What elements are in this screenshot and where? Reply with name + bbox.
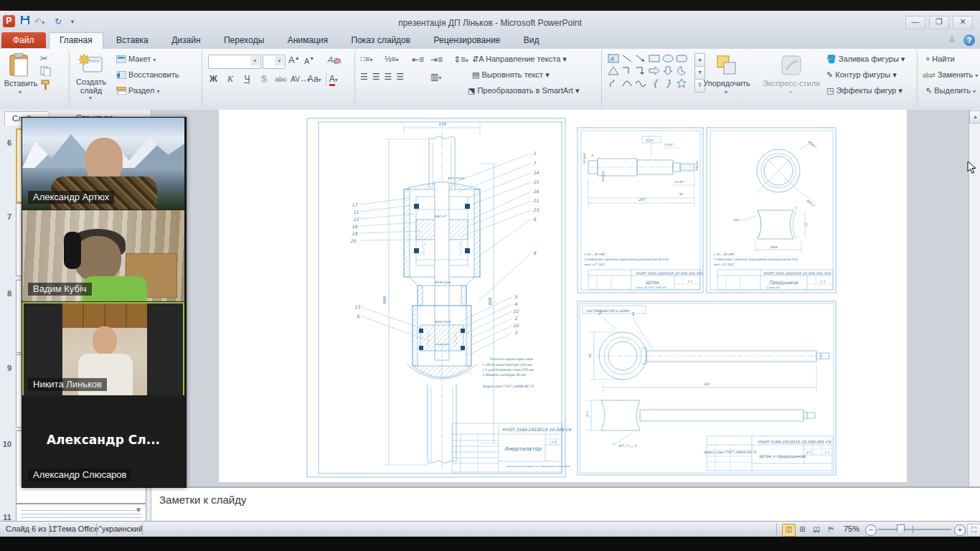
- find-button[interactable]: ⌖ Найти: [925, 55, 955, 64]
- font-size-combo[interactable]: ▾: [263, 55, 286, 69]
- curve-icon[interactable]: [633, 77, 647, 90]
- shapes-scroll-down-icon[interactable]: ▼: [694, 66, 705, 80]
- text-box-icon[interactable]: A: [606, 53, 620, 65]
- zoom-level[interactable]: 75%: [844, 524, 859, 533]
- section-button[interactable]: Раздел ▾: [116, 86, 160, 95]
- paste-dropdown-icon[interactable]: ▾: [19, 89, 22, 95]
- arrange-dropdown-icon[interactable]: ▾: [725, 89, 727, 95]
- clear-formatting-icon[interactable]: Аа: [326, 53, 341, 69]
- quick-styles-dropdown-icon[interactable]: ▾: [789, 89, 792, 95]
- paste-icon[interactable]: [9, 53, 30, 80]
- elbow-connector-icon[interactable]: [620, 65, 633, 77]
- new-slide-dropdown-icon[interactable]: ▾: [89, 95, 92, 101]
- shape-outline-button[interactable]: ✎ Контур фигуры ▾: [826, 70, 897, 80]
- cut-icon[interactable]: ✂: [40, 53, 48, 64]
- notes-placeholder[interactable]: Заметки к слайду: [159, 494, 247, 506]
- decrease-indent-icon[interactable]: ⇤≡: [412, 55, 424, 65]
- freeform-icon[interactable]: [606, 77, 620, 90]
- slide-sorter-icon[interactable]: ⊞: [796, 524, 809, 535]
- right-arrow-icon[interactable]: [647, 65, 661, 77]
- reading-view-icon[interactable]: 🕮: [811, 524, 823, 535]
- tab-review[interactable]: Рецензирование: [424, 32, 511, 48]
- tab-file[interactable]: Файл: [1, 32, 46, 48]
- convert-smartart-button[interactable]: ⬔ Преобразовать в SmartArt ▾: [468, 86, 579, 95]
- shape-effects-button[interactable]: ◳ Эффекты фигур ▾: [826, 86, 903, 95]
- tab-transitions[interactable]: Переходы: [214, 32, 274, 48]
- quick-styles-icon[interactable]: [779, 53, 804, 80]
- status-theme[interactable]: "Тема Office": [55, 524, 101, 533]
- right-brace-icon[interactable]: }: [661, 77, 674, 90]
- font-color-button[interactable]: А▾: [326, 72, 340, 86]
- slide-scrollbar[interactable]: [969, 110, 980, 486]
- italic-button[interactable]: К: [223, 72, 237, 86]
- notes-pane[interactable]: [151, 486, 980, 522]
- shapes-scroll-up-icon[interactable]: ▲: [694, 53, 705, 67]
- tab-animations[interactable]: Анимация: [278, 32, 338, 48]
- arc-icon[interactable]: [620, 77, 633, 90]
- tab-insert[interactable]: Вставка: [106, 32, 159, 48]
- rounded-rectangle-icon[interactable]: [674, 53, 688, 65]
- tab-view[interactable]: Вид: [514, 32, 550, 48]
- participant-video-2[interactable]: Вадим Кубіч: [22, 210, 184, 301]
- alignment-buttons[interactable]: ☰☰☰☰: [360, 72, 408, 82]
- increase-indent-icon[interactable]: ⇥≡: [430, 55, 443, 65]
- triangle-icon[interactable]: [606, 65, 620, 77]
- grow-font-icon[interactable]: А▲: [288, 55, 300, 65]
- align-text-button[interactable]: ▤ Выровнять текст ▾: [472, 70, 550, 80]
- underline-button[interactable]: Ч: [240, 72, 254, 86]
- arrange-icon[interactable]: [715, 53, 739, 80]
- text-direction-button[interactable]: ⇵A Направление текста ▾: [472, 55, 567, 64]
- help-icon[interactable]: ?: [963, 34, 975, 46]
- rectangle-icon[interactable]: [647, 53, 661, 65]
- shape-fill-button[interactable]: 🪣 Заливка фигуры ▾: [826, 55, 905, 64]
- tab-slideshow[interactable]: Показ слайдов: [341, 32, 421, 48]
- normal-view-icon[interactable]: ◫: [782, 524, 796, 537]
- restore-button[interactable]: ❐: [929, 16, 949, 29]
- oval-icon[interactable]: [661, 53, 674, 65]
- tab-home[interactable]: Главная: [49, 32, 103, 49]
- paste-button[interactable]: Вставить: [1, 79, 40, 88]
- left-brace-icon[interactable]: {: [647, 77, 661, 90]
- pie-icon[interactable]: [674, 65, 688, 77]
- reset-button[interactable]: Восстановить: [116, 70, 179, 79]
- shapes-gallery[interactable]: A {}: [606, 53, 694, 90]
- collapse-ribbon-icon[interactable]: △: [949, 34, 955, 46]
- participant-video-4-camera-off[interactable]: Александр Сл... Александр Слюсаров: [22, 395, 184, 487]
- bullets-icon[interactable]: ∷≡▾: [360, 55, 372, 64]
- zoom-slider-handle[interactable]: [897, 524, 905, 535]
- tab-design[interactable]: Дизайн: [161, 32, 210, 48]
- format-painter-icon[interactable]: [40, 79, 52, 93]
- zoom-slider-track[interactable]: [878, 529, 951, 530]
- down-arrow-icon[interactable]: [661, 65, 674, 77]
- quick-styles-button[interactable]: Экспресс-стили: [760, 79, 822, 88]
- line-icon[interactable]: [620, 53, 633, 65]
- zoom-in-icon[interactable]: +: [954, 524, 966, 536]
- columns-icon[interactable]: ▥▾: [430, 72, 441, 82]
- elbow-arrow-icon[interactable]: [633, 65, 647, 77]
- layout-button[interactable]: Макет ▾: [116, 55, 156, 63]
- line-spacing-icon[interactable]: ⇕≡▾: [453, 55, 468, 65]
- slide-thumbnail-11[interactable]: [16, 504, 146, 521]
- status-language[interactable]: украинский: [102, 524, 143, 533]
- arrange-button[interactable]: Упорядочить: [703, 79, 750, 88]
- character-spacing-button[interactable]: AV↔▾: [291, 72, 304, 86]
- close-button[interactable]: ✕: [953, 16, 973, 29]
- thumbnails-scroll-down-icon[interactable]: ▼: [135, 506, 142, 514]
- video-call-panel[interactable]: Александр Артюх Вадим Кубіч Никита Линьк…: [22, 117, 187, 488]
- text-shadow-button[interactable]: S: [257, 72, 270, 86]
- star-icon[interactable]: [674, 77, 688, 90]
- fit-to-window-icon[interactable]: ⛶: [967, 524, 980, 537]
- change-case-button[interactable]: Аа▾: [308, 72, 321, 86]
- participant-video-3-active-speaker[interactable]: Никита Линьков: [22, 302, 184, 397]
- numbering-icon[interactable]: ⅓≡▾: [385, 55, 399, 63]
- slideshow-icon[interactable]: ⛿: [825, 524, 837, 535]
- copy-icon[interactable]: [40, 66, 52, 79]
- font-name-combo[interactable]: ▾: [208, 55, 261, 69]
- new-slide-icon[interactable]: [79, 53, 103, 77]
- select-button[interactable]: ⇖ Выделить ▾: [925, 86, 976, 95]
- strikethrough-button[interactable]: abc: [274, 72, 288, 86]
- minimize-button[interactable]: —: [905, 16, 925, 29]
- participant-video-1[interactable]: Александр Артюх: [22, 118, 184, 209]
- shrink-font-icon[interactable]: А▼: [304, 56, 314, 65]
- new-slide-button[interactable]: Создать слайд: [69, 77, 113, 95]
